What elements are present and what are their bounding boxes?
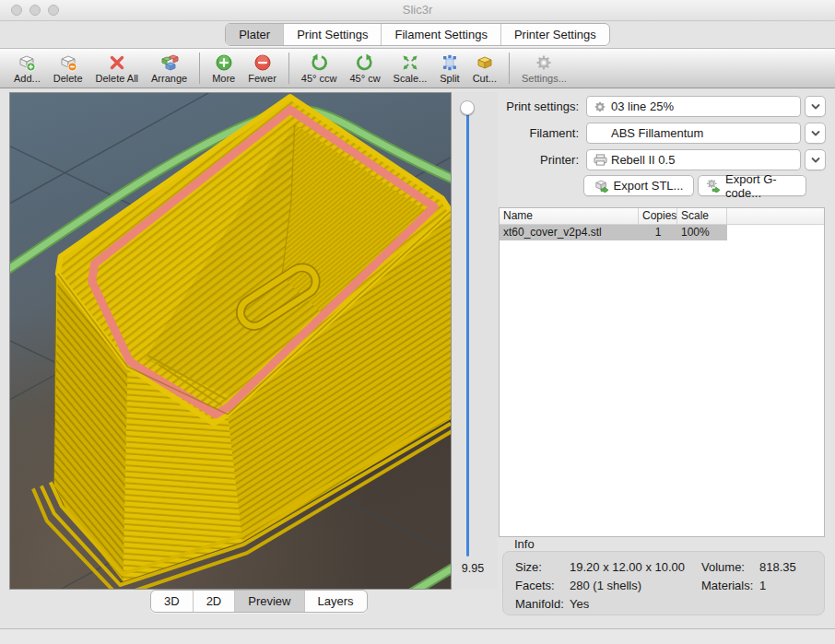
toolbar-separator [199,53,200,84]
facets-value: 280 (1 shells) [570,579,641,592]
scale-button[interactable]: Scale... [387,49,434,88]
delete-all-icon [108,53,126,72]
add-box-icon [18,53,36,72]
layer-slider-value: 9.95 [452,562,494,575]
export-stl-button[interactable]: Export STL... [583,175,694,196]
object-scale: 100% [677,225,727,240]
gear-icon [535,53,553,72]
scale-icon [401,53,419,72]
manifold-label: Manifold: [515,597,564,611]
chevron-down-icon [810,102,821,111]
tab-filament-settings[interactable]: Filament Settings [381,24,500,45]
print-settings-combo[interactable]: 03 line 25% [586,96,801,117]
fewer-label: Fewer [248,73,276,84]
view-tab-layers[interactable]: Layers [304,591,367,612]
more-label: More [212,73,235,84]
rotate-cw-icon [356,53,374,72]
split-label: Split [440,73,459,84]
arrange-button[interactable]: Arrange [145,49,194,88]
export-gcode-label: Export G-code... [725,172,798,200]
object-name: xt60_cover_v2p4.stl [500,225,639,240]
status-bar [0,628,835,644]
table-row[interactable]: xt60_cover_v2p4.stl 1 100% [500,225,824,240]
rotate-cw-button[interactable]: 45° cw [343,49,386,88]
printer-icon [593,154,607,166]
filament-combo[interactable]: ABS Fillamentum [586,123,801,144]
tab-printer-settings[interactable]: Printer Settings [500,24,609,45]
export-gcode-button[interactable]: Export G-code... [698,175,806,196]
tab-print-settings[interactable]: Print Settings [283,24,381,45]
layer-slider-strip: 9.95 [452,92,498,590]
main-tab-bar: Plater Print Settings Filament Settings … [0,23,835,46]
split-button[interactable]: Split [433,49,465,88]
fewer-button[interactable]: Fewer [241,49,283,88]
object-copies: 1 [639,225,677,240]
title-bar: Slic3r [0,0,835,21]
rotate-ccw-label: 45° ccw [301,73,337,84]
delete-box-icon [59,53,77,72]
cut-icon [476,53,494,72]
arrange-label: Arrange [151,73,187,84]
printer-dropdown-button[interactable] [805,149,826,170]
rotate-ccw-icon [310,53,328,72]
toolbar-separator [288,53,289,84]
size-value: 19.20 x 12.00 x 10.00 [570,560,685,574]
settings-panel: Print settings: 03 line 25% Filament: AB… [498,89,835,628]
printer-value: Rebell II 0.5 [611,153,675,167]
export-stl-label: Export STL... [614,179,684,193]
3d-preview-canvas[interactable] [9,92,452,590]
more-button[interactable]: More [206,49,241,88]
layer-slider-handle[interactable] [460,100,475,115]
rotate-cw-label: 45° cw [349,73,380,84]
print-settings-dropdown-button[interactable] [805,96,826,117]
object-list-table[interactable]: Name Copies Scale xt60_cover_v2p4.stl 1 … [499,207,825,537]
facets-label: Facets: [515,579,555,592]
delete-label: Delete [53,73,83,84]
print-settings-value: 03 line 25% [611,100,674,113]
settings-label: Settings... [522,73,567,84]
column-header-copies[interactable]: Copies [639,208,677,224]
column-header-scale[interactable]: Scale [677,208,727,224]
delete-all-button[interactable]: Delete All [89,49,145,88]
object-table-header: Name Copies Scale [500,208,824,225]
export-gcode-icon [706,179,721,193]
printer-combo[interactable]: Rebell II 0.5 [586,149,801,170]
more-icon [215,53,233,72]
view-tab-2d[interactable]: 2D [193,591,235,612]
split-icon [441,53,459,72]
view-tab-preview[interactable]: Preview [234,591,303,612]
filament-value: ABS Fillamentum [611,126,703,140]
tab-plater[interactable]: Plater [226,24,283,45]
materials-value: 1 [759,579,766,592]
chevron-down-icon [810,129,821,138]
add-label: Add... [14,73,41,84]
filament-label: Filament: [498,123,579,144]
filament-dropdown-button[interactable] [805,123,826,144]
fewer-icon [253,53,272,72]
export-stl-icon [594,179,609,193]
info-section-title: Info [514,537,535,551]
cut-label: Cut... [473,73,497,84]
info-box: Size: 19.20 x 12.00 x 10.00 Volume: 818.… [502,551,825,615]
volume-value: 818.35 [759,560,796,574]
settings-button[interactable]: Settings... [515,49,573,88]
slic3r-window: { "window": { "title": "Slic3r" }, "main… [0,0,835,644]
printer-label: Printer: [498,149,579,170]
add-button[interactable]: Add... [7,49,47,88]
view-tab-bar: 3D 2D Preview Layers [150,590,368,613]
view-tab-3d[interactable]: 3D [151,591,193,612]
manifold-value: Yes [570,597,589,611]
plater-toolbar: Add... Delete Delete All [0,48,835,88]
size-label: Size: [515,560,542,574]
gear-icon [593,100,607,113]
delete-button[interactable]: Delete [47,49,89,88]
rotate-ccw-button[interactable]: 45° ccw [295,49,344,88]
volume-label: Volume: [701,560,745,574]
window-title: Slic3r [0,0,835,20]
print-settings-label: Print settings: [498,96,579,117]
column-header-name[interactable]: Name [500,208,639,224]
delete-all-label: Delete All [96,73,138,84]
toolbar-separator [509,53,510,84]
layer-slider-track[interactable] [466,107,469,556]
cut-button[interactable]: Cut... [466,49,503,88]
